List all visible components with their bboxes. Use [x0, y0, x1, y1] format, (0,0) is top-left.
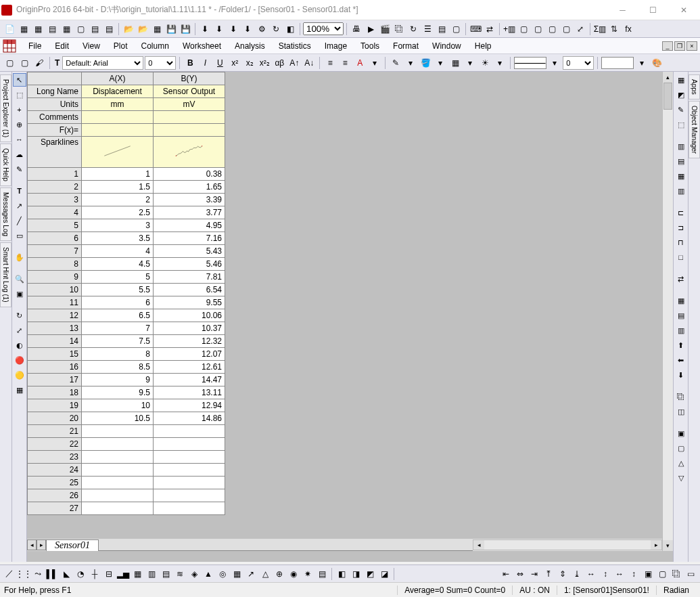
import-ascii-icon[interactable]: ⬇	[212, 22, 226, 36]
cell-a[interactable]: 6.5	[82, 309, 154, 322]
cell-b[interactable]	[154, 438, 225, 451]
vscroll-down-icon[interactable]: ▾	[663, 540, 673, 551]
hscroll-left-icon[interactable]: ◂	[473, 540, 484, 550]
extract-icon[interactable]: ▢	[559, 22, 573, 36]
row-header[interactable]: 9	[28, 271, 82, 284]
col-b-comments[interactable]	[154, 111, 225, 124]
new-workbook-icon[interactable]: ▦	[17, 22, 30, 36]
maximize-button[interactable]: ☐	[638, 1, 668, 20]
cell-b[interactable]: 5.43	[154, 245, 225, 258]
font-size-combo[interactable]: 0	[145, 56, 176, 70]
cell-b[interactable]: 12.32	[154, 335, 225, 348]
menu-image[interactable]: Image	[318, 39, 354, 53]
image-plot-icon[interactable]: ▦	[230, 567, 243, 581]
cell-a[interactable]: 2.5	[82, 206, 154, 219]
cell-b[interactable]	[154, 451, 225, 464]
line-width-combo[interactable]: 0	[563, 56, 594, 70]
new-project-icon[interactable]: 📄	[3, 22, 16, 36]
column-bar-plot-icon[interactable]: ▌▌	[45, 567, 59, 581]
command-window-icon[interactable]: ▢	[449, 22, 463, 36]
bring-front-icon[interactable]: ▣	[674, 426, 688, 440]
mdi-minimize-button[interactable]: _	[662, 41, 673, 51]
histogram-plot-icon[interactable]: ▂▅	[116, 567, 130, 581]
cell-b[interactable]: 5.46	[154, 258, 225, 271]
add-panel-icon[interactable]: ▦	[674, 169, 688, 183]
add-layer-icon[interactable]: ◩	[674, 88, 688, 102]
zoom-region-tool-icon[interactable]: ⬚	[13, 88, 26, 102]
new-excel-icon[interactable]: ▦	[31, 22, 45, 36]
function-icon[interactable]: fx	[622, 22, 635, 36]
row-header[interactable]: 26	[28, 489, 82, 502]
arrow-tool-icon[interactable]: ↗	[13, 199, 26, 213]
results-log-icon[interactable]: ▤	[435, 22, 448, 36]
save-icon[interactable]: 💾	[164, 22, 178, 36]
new-layout-icon[interactable]: ▢	[74, 22, 87, 36]
object-manager-tab[interactable]: Object Manager	[689, 101, 700, 158]
3d-surface-icon[interactable]: ▲	[202, 567, 215, 581]
highlight-tool-icon[interactable]: 🟡	[13, 368, 26, 382]
worksheet-grid[interactable]: A(X) B(Y) Long Name Displacement Sensor …	[27, 72, 225, 515]
import-wizard-icon[interactable]: ⬇	[198, 22, 212, 36]
refresh-icon[interactable]: ↻	[406, 22, 420, 36]
cell-b[interactable]: 1.65	[154, 181, 225, 194]
cell-a[interactable]: 1.5	[82, 181, 154, 194]
mask-data-icon[interactable]: ◧	[335, 567, 348, 581]
corner-cell[interactable]	[28, 72, 82, 85]
pointer-tool-icon[interactable]: ↖	[13, 73, 26, 87]
messages-log-tab[interactable]: Messages Log	[0, 187, 11, 241]
new-notes-icon[interactable]: ▤	[88, 22, 101, 36]
new-matrix-icon[interactable]: ▦	[60, 22, 73, 36]
row-header[interactable]: 25	[28, 477, 82, 489]
cell-b[interactable]: 12.07	[154, 348, 225, 361]
cell-a[interactable]	[82, 438, 154, 451]
line-color-icon[interactable]: ✎	[389, 56, 402, 70]
menu-column[interactable]: Column	[135, 39, 176, 53]
cell-a[interactable]: 5	[82, 271, 154, 284]
row-header[interactable]: 19	[28, 399, 82, 412]
lower-icon[interactable]: ▽	[674, 471, 688, 485]
mdi-restore-button[interactable]: ❐	[674, 41, 685, 51]
close-button[interactable]: ✕	[668, 1, 699, 20]
supersub-icon[interactable]: x²₂	[258, 56, 271, 70]
hscroll-right-icon[interactable]: ▸	[651, 540, 661, 550]
multi-panel-icon[interactable]: ▦	[131, 567, 144, 581]
align-obj-top-icon[interactable]: ⤒	[542, 567, 555, 581]
pattern-icon[interactable]: ▦	[448, 56, 462, 70]
row-header[interactable]: 15	[28, 348, 82, 361]
send-back-icon[interactable]: ▢	[674, 441, 688, 455]
menu-analysis[interactable]: Analysis	[228, 39, 272, 53]
polar-plot-icon[interactable]: ⊕	[273, 567, 286, 581]
cell-a[interactable]	[82, 451, 154, 464]
cell-a[interactable]: 9	[82, 374, 154, 386]
transfer-icon[interactable]: ⇄	[483, 22, 496, 36]
cell-a[interactable]	[82, 477, 154, 489]
open-icon[interactable]: 📂	[122, 22, 135, 36]
menu-file[interactable]: File	[22, 39, 48, 53]
cell-a[interactable]	[82, 464, 154, 477]
light-icon[interactable]: ☀	[478, 56, 492, 70]
h-align-icon[interactable]: ▤	[674, 309, 688, 322]
sheet-tab-sensor01[interactable]: Sensor01	[46, 539, 99, 551]
increase-font-icon[interactable]: A↑	[287, 56, 301, 70]
same-height-icon[interactable]: ↕	[627, 567, 640, 581]
zoom-combo[interactable]: 100%	[303, 22, 344, 35]
row-header[interactable]: 4	[28, 206, 82, 219]
mdi-close-button[interactable]: ×	[686, 41, 697, 51]
menu-help[interactable]: Help	[468, 39, 498, 53]
cell-a[interactable]: 7.5	[82, 335, 154, 348]
cell-b[interactable]	[154, 477, 225, 489]
radar-plot-icon[interactable]: ✷	[301, 567, 314, 581]
active-dataset-icon[interactable]: 🔴	[13, 353, 26, 367]
units-label[interactable]: Units	[28, 98, 82, 111]
slideshow-icon[interactable]: ▶	[364, 22, 377, 36]
menu-worksheet[interactable]: Worksheet	[176, 39, 228, 53]
cell-b[interactable]	[154, 464, 225, 477]
cell-b[interactable]: 7.16	[154, 232, 225, 245]
paste-format-icon[interactable]: ▢	[18, 56, 31, 70]
vector-plot-icon[interactable]: ↗	[244, 567, 258, 581]
col-a-units[interactable]: mm	[82, 98, 154, 111]
duplicate-icon[interactable]: ⿻	[392, 22, 406, 36]
row-header[interactable]: 7	[28, 245, 82, 258]
cell-a[interactable]	[82, 489, 154, 502]
mask-range-tool-icon[interactable]: ◐	[13, 338, 26, 352]
